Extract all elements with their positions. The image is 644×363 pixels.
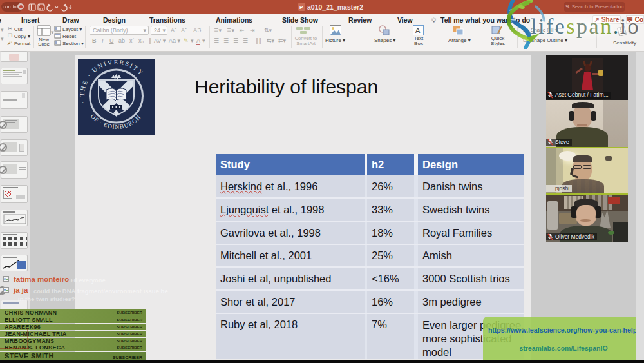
svg-text:A: A (415, 26, 421, 34)
